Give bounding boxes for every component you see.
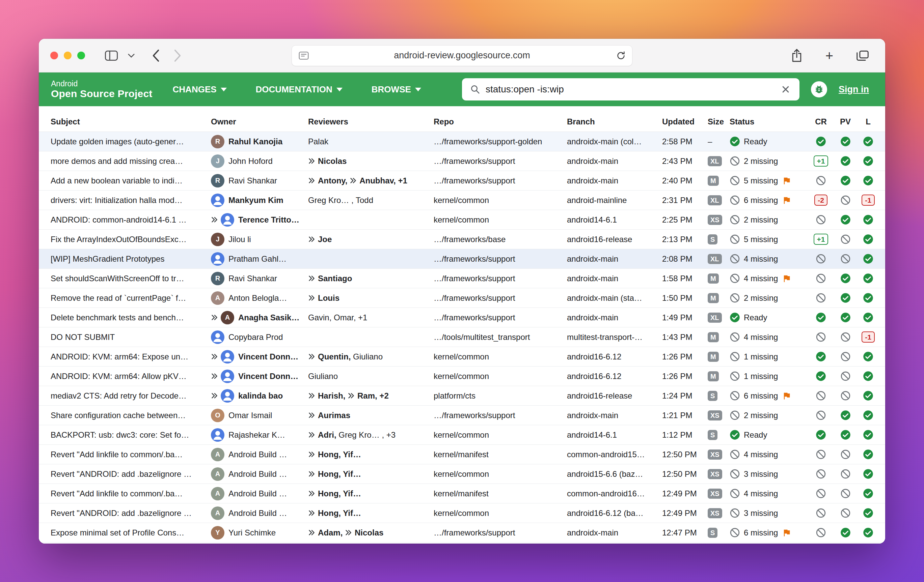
change-subject[interactable]: Remove the read of `currentPage` f… [51, 288, 211, 307]
change-owner[interactable]: RRahul Kanojia [211, 132, 308, 151]
change-row[interactable]: Revert "ANDROID: add .bazelignore …AAndr… [39, 464, 885, 484]
change-owner[interactable]: AAndroid Build … [211, 445, 308, 464]
change-row[interactable]: ANDROID: common-android14-6.1 …Terence T… [39, 210, 885, 230]
change-owner[interactable]: JJohn Hoford [211, 151, 308, 171]
menu-changes[interactable]: CHANGES [173, 84, 227, 95]
change-subject[interactable]: drivers: virt: Initialization halla mod… [51, 191, 211, 210]
change-row[interactable]: Set shouldScanWithScreenOff to tr…RRavi … [39, 269, 885, 288]
change-row[interactable]: ANDROID: KVM: arm64: Expose un…Vincent D… [39, 347, 885, 367]
change-owner[interactable]: Vincent Donn… [211, 347, 308, 366]
change-owner[interactable]: AAnagha Sasik… [211, 308, 308, 327]
change-reviewers[interactable]: Joe [308, 230, 434, 249]
change-branch[interactable]: android16-release [567, 230, 662, 249]
change-row[interactable]: mediav2 CTS: Add retry for Decode…kalind… [39, 386, 885, 406]
aosp-logo[interactable]: Android Open Source Project [51, 80, 153, 99]
change-reviewers[interactable] [308, 249, 434, 268]
change-reviewers[interactable]: Antony, Anubhav, +1 [308, 171, 434, 190]
change-reviewers[interactable]: Giuliano [308, 367, 434, 386]
search-bar[interactable] [462, 78, 799, 100]
change-reviewers[interactable]: Quentin, Giuliano [308, 347, 434, 366]
change-subject[interactable]: more demos and add missing crea… [51, 151, 211, 171]
sidebar-toggle-button[interactable] [105, 50, 118, 61]
change-reviewers[interactable]: Hong, Yif… [308, 484, 434, 503]
change-branch[interactable]: android16-6.12 [567, 367, 662, 386]
change-row[interactable]: Revert "Add linkfile to common/.ba…AAndr… [39, 445, 885, 464]
change-subject[interactable]: DO NOT SUBMIT [51, 327, 211, 347]
change-branch[interactable]: android15-6.6 (baz… [567, 464, 662, 483]
change-repo[interactable]: kernel/common [434, 425, 567, 444]
change-row[interactable]: Update golden images (auto-gener…RRahul … [39, 132, 885, 151]
change-owner[interactable]: Mankyum Kim [211, 191, 308, 210]
change-row[interactable]: Expose minimal set of Profile Cons…YYuri… [39, 523, 885, 543]
change-branch[interactable]: android-mainline [567, 191, 662, 210]
change-row[interactable]: Delete benchmark tests and bench…AAnagha… [39, 308, 885, 327]
change-repo[interactable]: …/frameworks/support [434, 523, 567, 542]
change-subject[interactable]: Revert "Add linkfile to common/.ba… [51, 484, 211, 503]
change-repo[interactable]: kernel/common [434, 464, 567, 483]
change-repo[interactable]: kernel/manifest [434, 445, 567, 464]
change-subject[interactable]: BACKPORT: usb: dwc3: core: Set fo… [51, 425, 211, 444]
change-reviewers[interactable]: Gavin, Omar, +1 [308, 308, 434, 327]
change-row[interactable]: Revert "ANDROID: add .bazelignore …AAndr… [39, 503, 885, 523]
change-repo[interactable]: kernel/common [434, 191, 567, 210]
forward-button[interactable] [173, 49, 182, 62]
change-branch[interactable]: android16-6.12 (ba… [567, 503, 662, 523]
change-owner[interactable]: Vincent Donn… [211, 367, 308, 386]
reload-button[interactable] [616, 51, 626, 61]
change-row[interactable]: ANDROID: KVM: arm64: Allow pKV…Vincent D… [39, 367, 885, 386]
change-branch[interactable]: android16-6.12 [567, 347, 662, 366]
change-row[interactable]: Share configuration cache between…OOmar … [39, 406, 885, 425]
change-row[interactable]: [WIP] MeshGradient PrototypesPratham Gah… [39, 249, 885, 269]
change-branch[interactable]: android14-6.1 [567, 425, 662, 444]
change-reviewers[interactable]: Hong, Yif… [308, 503, 434, 523]
change-row[interactable]: drivers: virt: Initialization halla mod…… [39, 191, 885, 210]
new-tab-button[interactable]: + [825, 49, 833, 62]
change-repo[interactable]: kernel/common [434, 503, 567, 523]
change-branch[interactable]: android14-6.1 [567, 210, 662, 229]
change-repo[interactable]: …/frameworks/support [434, 249, 567, 268]
menu-documentation[interactable]: DOCUMENTATION [256, 84, 343, 95]
change-subject[interactable]: ANDROID: KVM: arm64: Allow pKV… [51, 367, 211, 386]
change-owner[interactable]: AAndroid Build … [211, 503, 308, 523]
change-reviewers[interactable]: Harish, Ram, +2 [308, 386, 434, 405]
close-window-button[interactable] [50, 52, 58, 59]
change-subject[interactable]: [WIP] MeshGradient Prototypes [51, 249, 211, 268]
change-row[interactable]: DO NOT SUBMITCopybara Prod…/tools/multit… [39, 327, 885, 347]
change-owner[interactable]: Terence Tritto… [211, 210, 308, 229]
change-repo[interactable]: …/frameworks/support [434, 151, 567, 171]
back-button[interactable] [152, 49, 160, 62]
change-subject[interactable]: Delete benchmark tests and bench… [51, 308, 211, 327]
bug-report-icon[interactable] [811, 81, 827, 97]
change-repo[interactable]: …/frameworks/support [434, 406, 567, 425]
change-subject[interactable]: mediav2 CTS: Add retry for Decode… [51, 386, 211, 405]
sign-in-link[interactable]: Sign in [838, 84, 869, 95]
change-branch[interactable]: androidx-main [567, 151, 662, 171]
change-subject[interactable]: Share configuration cache between… [51, 406, 211, 425]
change-reviewers[interactable]: Louis [308, 288, 434, 307]
change-owner[interactable]: Pratham Gahl… [211, 249, 308, 268]
minimize-window-button[interactable] [64, 52, 71, 59]
change-reviewers[interactable]: Adam, Nicolas [308, 523, 434, 542]
change-owner[interactable]: JJilou li [211, 230, 308, 249]
change-repo[interactable]: …/frameworks/base [434, 230, 567, 249]
change-subject[interactable]: Set shouldScanWithScreenOff to tr… [51, 269, 211, 288]
change-reviewers[interactable]: Greg Kro… , Todd [308, 191, 434, 210]
change-branch[interactable]: androidx-main [567, 249, 662, 268]
change-owner[interactable]: AAndroid Build … [211, 464, 308, 483]
change-owner[interactable]: kalinda bao [211, 386, 308, 405]
clear-search-button[interactable] [780, 84, 791, 95]
change-branch[interactable]: multitest-transport-… [567, 327, 662, 347]
change-owner[interactable]: Copybara Prod [211, 327, 308, 347]
change-branch[interactable]: androidx-main [567, 523, 662, 542]
change-row[interactable]: Add a new boolean variable to indi…RRavi… [39, 171, 885, 191]
change-reviewers[interactable]: Aurimas [308, 406, 434, 425]
search-input[interactable] [486, 84, 780, 95]
change-repo[interactable]: kernel/common [434, 367, 567, 386]
change-branch[interactable]: common-android15… [567, 445, 662, 464]
chevron-down-icon[interactable] [127, 53, 135, 58]
change-branch[interactable]: androidx-main [567, 406, 662, 425]
change-repo[interactable]: …/frameworks/support [434, 171, 567, 190]
change-reviewers[interactable] [308, 327, 434, 347]
change-reviewers[interactable]: Nicolas [308, 151, 434, 171]
change-subject[interactable]: Expose minimal set of Profile Cons… [51, 523, 211, 542]
